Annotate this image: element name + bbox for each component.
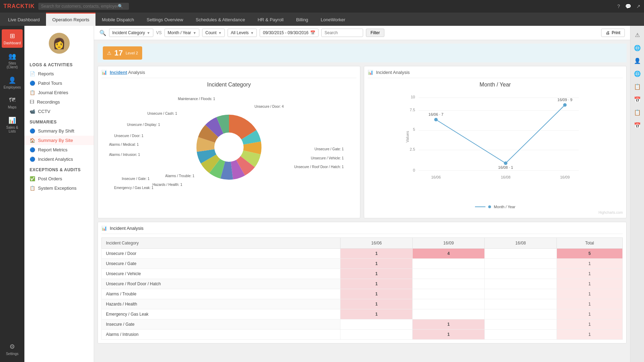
nav-item-journal-entries[interactable]: 📋 Journal Entries <box>24 88 94 97</box>
period-filter[interactable]: Month / Year ▼ <box>164 29 199 37</box>
data-label-1608: 16/08 · 1 <box>498 165 513 169</box>
right-sidebar-globe-icon[interactable]: 🌐 <box>632 42 643 53</box>
count-filter[interactable]: Count ▼ <box>202 29 225 37</box>
sidebar-item-dashboard[interactable]: ⊞ Dashboard <box>2 29 23 48</box>
nav-item-patrol-tours[interactable]: 🔵 Patrol Tours <box>24 78 94 88</box>
legend-label: Month / Year <box>494 205 515 209</box>
nav-item-incident-analytics[interactable]: 🔵 Incident Analytics <box>24 154 94 164</box>
recordings-icon: 🎞 <box>30 99 34 105</box>
notification-icon[interactable]: 💬 <box>625 3 631 9</box>
tab-mobile-dispatch[interactable]: Mobile Dispatch <box>95 13 140 26</box>
nav-item-report-metrics[interactable]: 🔵 Report Metrics <box>24 145 94 154</box>
cell-total: 5 <box>557 249 622 259</box>
right-sidebar-list-icon[interactable]: 📋 <box>632 81 643 92</box>
right-sidebar-globe2-icon[interactable]: 🌐 <box>632 68 643 79</box>
pie-chart-icon: 📊 <box>101 70 107 75</box>
section-title-logs: Logs & Activities <box>24 59 94 69</box>
reports-icon: 📄 <box>30 71 35 76</box>
x-label-1608: 16/08 <box>501 175 511 179</box>
cell-1606: 1 <box>340 249 413 259</box>
cell-1608 <box>484 330 557 340</box>
dashboard-icon: ⊞ <box>10 32 15 40</box>
category-filter[interactable]: Incident Category ▼ <box>109 29 153 37</box>
maps-icon: 🗺 <box>9 97 15 104</box>
period-filter-arrow: ▼ <box>193 31 196 35</box>
tab-settings-overview[interactable]: Settings Overview <box>140 13 190 26</box>
tab-hr-payroll[interactable]: HR & Payroll <box>251 13 290 26</box>
filter-bar: 🔍 Incident Category ▼ VS Month / Year ▼ … <box>94 26 630 40</box>
expand-icon[interactable]: ↗ <box>636 3 641 9</box>
nav-item-summary-by-shift[interactable]: 🔵 Summary By Shift <box>24 126 94 136</box>
sidebar-item-sales[interactable]: 📊 Sales & Lists <box>2 114 23 136</box>
date-range-filter[interactable]: 09/30/2015 - 09/30/2016 📅 <box>260 29 319 37</box>
right-sidebar-user-icon[interactable]: 👤 <box>632 55 643 66</box>
nav-label-system-exceptions: System Exceptions <box>38 186 77 191</box>
summary-site-icon: 🏠 <box>30 138 35 143</box>
table-section-header: 📊 Incident Analysis <box>101 226 623 234</box>
global-search-box[interactable]: 🔍 <box>38 3 129 10</box>
charts-row: 📊 Incident Analysis Incident Category <box>98 66 627 218</box>
table-row: Alarms / Intrusion 1 1 <box>102 330 623 340</box>
print-button[interactable]: 🖨 Print <box>601 29 625 37</box>
global-search-input[interactable] <box>41 4 118 9</box>
right-sidebar: ⚠ 🌐 👤 🌐 📋 📅 📋 📅 <box>630 26 644 362</box>
tab-billing[interactable]: Billing <box>290 13 315 26</box>
help-icon[interactable]: ? <box>617 3 620 9</box>
pie-label-intrusion: Alarms / Intrusion: 1 <box>109 153 140 157</box>
cell-category: Alarms / Trouble <box>102 289 340 299</box>
cell-1606: 1 <box>340 289 413 299</box>
cell-total: 1 <box>557 259 622 269</box>
date-range-label: 09/30/2015 - 09/30/2016 <box>263 30 308 35</box>
sidebar-item-maps[interactable]: 🗺 Maps <box>2 94 23 112</box>
sidebar-item-sites[interactable]: 👥 Sites (Client) <box>2 50 23 72</box>
cell-1608 <box>484 289 557 299</box>
filter-search-input[interactable] <box>321 29 363 37</box>
alert-banner: ⚠ 17 Level 2 <box>98 44 627 62</box>
right-sidebar-calendar-icon[interactable]: 📅 <box>632 94 643 105</box>
incident-table: Incident Category 16/06 16/09 16/08 Tota… <box>101 237 623 340</box>
highcharts-credit: Highcharts.com <box>368 211 623 214</box>
right-sidebar-calendar2-icon[interactable]: 📅 <box>632 120 643 131</box>
alert-count: 17 <box>114 48 123 58</box>
right-sidebar-alert-icon[interactable]: ⚠ <box>632 29 643 40</box>
right-sidebar-list2-icon[interactable]: 📋 <box>632 107 643 118</box>
tab-loneworker[interactable]: LoneWorker <box>314 13 352 26</box>
search-filter-icon[interactable]: 🔍 <box>99 30 106 36</box>
line-chart-icon: 📊 <box>368 70 373 75</box>
table-row: Hazards / Health 1 1 <box>102 299 623 309</box>
incident-analytics-icon: 🔵 <box>30 157 35 162</box>
sidebar-item-employees[interactable]: 👤 Employees <box>2 74 23 92</box>
line-chart-section-title: Incident Analysis <box>376 70 410 75</box>
filter-button[interactable]: Filter <box>366 29 384 37</box>
pie-chart-container: Maintenance / Floods: 1 Unsecure / Door:… <box>101 91 356 203</box>
tab-operation-reports[interactable]: Operation Reports <box>46 13 95 26</box>
left-nav: 👩 Logs & Activities 📄 Reports 🔵 Patrol T… <box>24 26 94 362</box>
sidebar-label-sales: Sales & Lists <box>3 126 21 133</box>
data-label-1609: 16/09 · 9 <box>558 98 573 102</box>
nav-item-summary-by-site[interactable]: 🏠 Summary By Site <box>24 136 94 145</box>
levels-filter[interactable]: All Levels ▼ <box>228 29 257 37</box>
tab-live-dashboard[interactable]: Live Dashboard <box>2 13 46 26</box>
data-label-1606: 16/06 · 7 <box>429 112 444 116</box>
x-label-1606: 16/06 <box>431 175 441 179</box>
report-metrics-icon: 🔵 <box>30 147 35 152</box>
pie-label-vehicle: Unsecure / Vehicle: 1 <box>311 156 344 160</box>
col-header-1608: 16/08 <box>484 238 557 249</box>
nav-item-system-exceptions[interactable]: 📋 System Exceptions <box>24 183 94 193</box>
nav-label-summary-by-shift: Summary By Shift <box>38 128 74 134</box>
nav-item-post-orders[interactable]: ✅ Post Orders <box>24 174 94 183</box>
nav-label-report-metrics: Report Metrics <box>38 147 68 152</box>
patrol-tours-icon: 🔵 <box>30 81 35 86</box>
pie-label-roof: Unsecure / Roof Door / Hatch: 1 <box>294 165 344 169</box>
sites-icon: 👥 <box>8 52 16 60</box>
pie-chart-title: Incident Category <box>101 82 356 88</box>
cell-total: 1 <box>557 279 622 289</box>
sidebar-item-settings[interactable]: ⚙ Settings <box>2 340 23 359</box>
table-row: Insecure / Gate 1 1 <box>102 319 623 330</box>
tab-schedules-attendance[interactable]: Schedules & Attendance <box>190 13 252 26</box>
cell-1606: 1 <box>340 259 413 269</box>
line-chart-container: 10 7.5 5 2.5 0 Values <box>368 91 623 203</box>
nav-item-cctv[interactable]: 📹 CCTV <box>24 107 94 116</box>
nav-item-recordings[interactable]: 🎞 Recordings <box>24 97 94 107</box>
nav-item-reports[interactable]: 📄 Reports <box>24 69 94 78</box>
